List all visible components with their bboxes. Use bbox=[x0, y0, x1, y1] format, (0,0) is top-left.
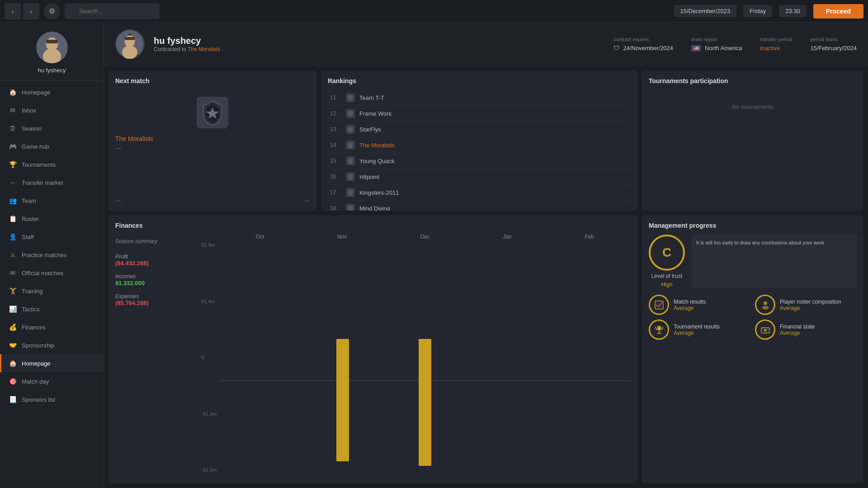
sidebar-label-homepage: Homepage bbox=[22, 89, 51, 96]
tournaments-title: Tournaments participation bbox=[649, 77, 857, 84]
team-icon bbox=[346, 109, 355, 118]
fin-summary: Season summary Profit (84.432.288) Incom… bbox=[115, 234, 197, 473]
contract-label: contract expires bbox=[613, 37, 649, 42]
practice-icon: ⚔ bbox=[8, 250, 17, 259]
finances-icon: 💰 bbox=[8, 323, 17, 332]
bar-dec bbox=[416, 242, 434, 473]
rankings-card: Rankings 11. Team T-T 12. Frame Work 13.… bbox=[321, 70, 637, 211]
bar-nov-below bbox=[336, 380, 349, 461]
profile-stats: contract expires 🛡 24/November/2024 team… bbox=[613, 37, 857, 52]
team-icon bbox=[346, 125, 355, 134]
sidebar-label-team: Team bbox=[22, 197, 36, 204]
sidebar-item-practicematches[interactable]: ⚔ Practice matches bbox=[0, 246, 104, 264]
sidebar-item-officialmatches[interactable]: ✉ Official matches bbox=[0, 264, 104, 282]
nav-buttons: ‹ › bbox=[5, 3, 39, 19]
sidebar-item-training[interactable]: 🏋 Training bbox=[0, 282, 104, 300]
ranking-row: 12. Frame Work bbox=[328, 106, 631, 122]
management-card: Management progress C Level of trust Hig… bbox=[642, 215, 863, 483]
finances-grid: Season summary Profit (84.432.288) Incom… bbox=[115, 234, 631, 473]
main-layout: hu fyshecy 🏠 Homepage ✉ Inbox 🗓 Season 🎮… bbox=[0, 23, 868, 488]
sidebar-item-roster[interactable]: 📋 Roster bbox=[0, 210, 104, 228]
sidebar-item-finances[interactable]: 💰 Finances bbox=[0, 318, 104, 336]
contract-expires-stat: contract expires 🛡 24/November/2024 bbox=[613, 37, 673, 52]
incomes-value: 81.332.000 bbox=[115, 280, 197, 286]
bar-oct bbox=[251, 242, 269, 473]
trust-level: High bbox=[661, 282, 673, 288]
match-results-text: Match results Average bbox=[674, 299, 706, 311]
svg-point-22 bbox=[762, 306, 769, 310]
sidebar-item-transfer[interactable]: ↔ Transfer market bbox=[0, 174, 104, 192]
rankings-list: 11. Team T-T 12. Frame Work 13. StarFlyx… bbox=[328, 90, 631, 211]
sidebar-item-homepage[interactable]: 🏠 Homepage bbox=[0, 83, 104, 101]
chart-months: Oct Nov Dec Jan Feb bbox=[201, 234, 631, 240]
svg-point-8 bbox=[128, 33, 131, 36]
match-footer-left: --- bbox=[115, 197, 121, 204]
no-tournaments-label: No tournaments bbox=[649, 103, 857, 110]
match-footer: --- --- bbox=[115, 197, 310, 204]
search-input[interactable] bbox=[65, 4, 160, 19]
season-icon: 🗓 bbox=[8, 124, 17, 133]
team-icon bbox=[346, 204, 355, 211]
sidebar-menu: 🏠 Homepage ✉ Inbox 🗓 Season 🎮 Game hub 🏆… bbox=[0, 81, 104, 488]
settings-button[interactable]: ⚙ bbox=[44, 3, 60, 19]
roster-comp-icon bbox=[755, 295, 775, 315]
sidebar-item-team[interactable]: 👥 Team bbox=[0, 192, 104, 210]
sidebar-item-season[interactable]: 🗓 Season bbox=[0, 119, 104, 137]
transfer-label: transfer period bbox=[760, 37, 792, 42]
flag-icon: 🇺🇸 bbox=[691, 45, 701, 52]
sidebar-label-official: Official matches bbox=[22, 270, 63, 277]
mgmt-item-roster: Player roster composition Average bbox=[755, 295, 857, 315]
roster-icon: 📋 bbox=[8, 214, 17, 223]
sidebar: hu fyshecy 🏠 Homepage ✉ Inbox 🗓 Season 🎮… bbox=[0, 23, 104, 488]
financial-state-icon bbox=[755, 319, 775, 340]
sidebar-item-homepage2[interactable]: 🏠 Homepage bbox=[0, 354, 104, 372]
sidebar-item-tactics[interactable]: 📊 Tactics bbox=[0, 300, 104, 318]
team-icon bbox=[346, 93, 355, 102]
sidebar-item-sponsorship[interactable]: 🤝 Sponsorship bbox=[0, 336, 104, 354]
profile-header-info: hu fyshecy Contracted to The Moralists bbox=[154, 36, 220, 52]
ranking-row: 14. The Moralists bbox=[328, 137, 631, 153]
period-starts-label: period starts bbox=[810, 37, 838, 42]
back-button[interactable]: ‹ bbox=[5, 3, 21, 19]
tournaments-icon: 🏆 bbox=[8, 160, 17, 169]
svg-point-25 bbox=[658, 328, 660, 329]
team-name: Frame Work bbox=[359, 110, 392, 117]
ranking-num: 18. bbox=[330, 205, 341, 211]
region-value: 🇺🇸 North America bbox=[691, 45, 742, 52]
mgmt-item-matchresults: Match results Average bbox=[649, 295, 750, 315]
bar-jan bbox=[498, 242, 516, 473]
tactics-icon: 📊 bbox=[8, 305, 17, 314]
sidebar-label-tactics: Tactics bbox=[22, 306, 40, 313]
sidebar-item-sponsorslist[interactable]: 📃 Sponsors list bbox=[0, 390, 104, 408]
match-results-icon bbox=[649, 295, 669, 315]
svg-point-27 bbox=[764, 329, 767, 332]
ranking-row: 18. Mind Diving bbox=[328, 201, 631, 211]
next-match-card: Next match The Moralists --- --- --- bbox=[108, 70, 316, 211]
forward-button[interactable]: › bbox=[23, 3, 39, 19]
team-link[interactable]: The Moralists bbox=[188, 46, 220, 52]
sidebar-item-gamehub[interactable]: 🎮 Game hub bbox=[0, 137, 104, 155]
bar-dec-above bbox=[419, 339, 431, 380]
bar-nov-above bbox=[336, 339, 349, 380]
home-icon: 🏠 bbox=[8, 88, 17, 97]
region-label: team region bbox=[691, 37, 717, 42]
proceed-button[interactable]: Proceed bbox=[813, 4, 863, 19]
sidebar-label-homepage2: Homepage bbox=[22, 360, 51, 367]
period-starts-value: 15/February/2024 bbox=[810, 45, 857, 52]
finances-card: Finances Season summary Profit (84.432.2… bbox=[108, 215, 637, 483]
sidebar-label-practice: Practice matches bbox=[22, 252, 67, 258]
sidebar-item-staff[interactable]: 👤 Staff bbox=[0, 228, 104, 246]
sidebar-item-matchday[interactable]: 🎯 Match day bbox=[0, 372, 104, 390]
date-display: 15/December/2023 bbox=[674, 5, 737, 17]
bar-feb bbox=[580, 242, 599, 473]
team-logo bbox=[197, 97, 228, 128]
sidebar-item-inbox[interactable]: ✉ Inbox bbox=[0, 101, 104, 119]
avatar bbox=[36, 32, 68, 63]
sidebar-label-tournaments: Tournaments bbox=[22, 161, 56, 168]
team-name: Hitpoint bbox=[359, 174, 379, 180]
sidebar-label-staff: Staff bbox=[22, 234, 34, 240]
svg-rect-7 bbox=[125, 37, 135, 40]
sidebar-item-tournaments[interactable]: 🏆 Tournaments bbox=[0, 155, 104, 174]
profit-label: Profit bbox=[115, 253, 197, 260]
sidebar-label-sponsorslist: Sponsors list bbox=[22, 396, 55, 403]
